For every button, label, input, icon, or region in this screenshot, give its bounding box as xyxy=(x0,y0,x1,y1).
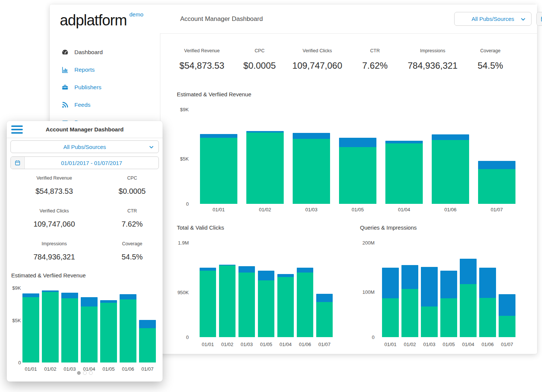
sidebar-item-reports[interactable]: Reports xyxy=(50,61,160,78)
x-tick-label: 01/06 xyxy=(297,342,313,347)
bar-segment xyxy=(22,297,39,363)
bar-segment xyxy=(499,294,515,316)
stacked-bar-01/07 xyxy=(478,161,515,204)
bar-segment xyxy=(382,298,399,337)
kpi-label: Verified Revenue xyxy=(7,175,102,181)
bar-segment xyxy=(440,298,457,337)
mobile-revenue-chart-body: $9K$5K0 01/0101/0201/0301/0401/0501/0601… xyxy=(11,288,159,363)
page: adplatform demo Dashboard Reports xyxy=(0,0,542,392)
pubs-sources-dropdown[interactable]: All Pubs/Sources xyxy=(454,12,532,26)
carousel-dot-3[interactable] xyxy=(89,371,93,375)
sidebar-item-label: Reports xyxy=(74,66,95,73)
date-range-picker[interactable]: 01/01/2017 - 01/07/2017 xyxy=(536,12,542,26)
stacked-bar-01/05 xyxy=(258,271,274,337)
stacked-bar-01/05 xyxy=(339,138,376,204)
mobile-revenue-chart: Estimated & Verfiied Revenue $9K$5K0 01/… xyxy=(11,272,159,363)
carousel-dot-1[interactable] xyxy=(77,371,81,375)
x-tick-label: 01/07 xyxy=(478,207,515,212)
kpi-label: Verified Clicks xyxy=(289,48,346,54)
carousel-dot-2[interactable] xyxy=(83,371,87,375)
bar-segment xyxy=(339,138,376,147)
x-tick-label: 01/01 xyxy=(200,207,237,212)
x-tick-label: 01/07 xyxy=(316,342,333,347)
impressions-chart-body: 200M100M0 01/0101/0201/0301/0501/0401/06… xyxy=(360,243,521,337)
bar-segment xyxy=(385,143,423,204)
stacked-bar-01/06 xyxy=(432,134,469,204)
mobile-pubs-sources-value: All Pubs/Sources xyxy=(63,144,106,150)
x-tick-label: 01/01 xyxy=(200,342,216,347)
mobile-page-title: Account Manager Dashboard xyxy=(7,121,163,138)
y-tick-label: $5K xyxy=(180,156,189,161)
kpi-value: $54,873.53 xyxy=(173,60,231,71)
kpi-value: 784,936,321 xyxy=(404,60,461,71)
clicks-chart-body: 1.9M950K0 01/0101/0201/0301/0501/0401/06… xyxy=(177,243,338,337)
kpi-label: Impressions xyxy=(7,241,102,247)
bar-segment xyxy=(219,265,235,337)
y-tick-label: 200M xyxy=(362,240,375,245)
x-tick-label: 01/03 xyxy=(238,342,255,347)
pubs-sources-value: All Pubs/Sources xyxy=(471,16,514,22)
bar-segment xyxy=(401,289,418,337)
kpi-cpc: CPC $0.0005 xyxy=(102,173,163,206)
plot-area xyxy=(200,265,333,337)
bar-segment xyxy=(277,274,294,277)
kpi-row: Verified Revenue $54,873.53 CPC $0.0005 … xyxy=(173,48,519,71)
kpi-verified-clicks: Verified Clicks 109,747,060 xyxy=(289,48,346,71)
stacked-bar-01/04 xyxy=(385,141,423,204)
y-axis: $9K$5K0 xyxy=(177,109,189,204)
kpi-label: CTR xyxy=(102,208,163,214)
calendar-icon xyxy=(11,157,25,169)
chart-title: Queries & Impressions xyxy=(360,224,521,231)
mobile-pubs-sources-dropdown[interactable]: All Pubs/Sources xyxy=(10,140,159,153)
kpi-cpc: CPC $0.0005 xyxy=(231,48,288,71)
y-tick-label: 0 xyxy=(18,360,21,365)
stacked-bar-01/03 xyxy=(238,266,255,337)
stacked-bar-01/07 xyxy=(499,294,515,337)
sidebar-item-dashboard[interactable]: Dashboard xyxy=(50,43,160,61)
x-tick-label: 01/02 xyxy=(401,342,418,347)
kpi-impressions: Impressions 784,936,321 xyxy=(404,48,461,71)
bar-segment xyxy=(258,271,274,281)
bar-segment xyxy=(200,271,216,337)
chevron-down-icon xyxy=(149,144,154,151)
plot-area xyxy=(382,259,515,337)
kpi-verified-clicks: Verified Clicks 109,747,060 xyxy=(7,206,102,239)
mobile-panel: Account Manager Dashboard All Pubs/Sourc… xyxy=(7,121,163,382)
impressions-chart: Queries & Impressions 200M100M0 01/0101/… xyxy=(360,224,521,337)
rss-icon xyxy=(61,101,69,109)
sidebar-item-label: Feeds xyxy=(74,102,90,108)
y-tick-label: 950K xyxy=(178,290,189,295)
bar-segment xyxy=(478,169,515,204)
hamburger-menu-icon[interactable] xyxy=(11,125,23,134)
x-tick-label: 01/03 xyxy=(421,342,438,347)
kpi-value: $54,873.53 xyxy=(7,187,102,196)
bar-segment xyxy=(421,307,438,337)
kpi-value: 54.5% xyxy=(462,60,519,71)
y-tick-label: $9K xyxy=(180,107,189,112)
bar-segment xyxy=(293,133,330,139)
stacked-bar-01/02 xyxy=(246,131,284,204)
stacked-bar-01/05 xyxy=(100,300,117,363)
revenue-chart: Estimated & Verfiied Revenue $9K$5K0 01/… xyxy=(177,91,518,204)
bar-chart-icon xyxy=(61,66,69,74)
chart-title: Estimated & Verfiied Revenue xyxy=(177,91,518,98)
x-axis: 01/0101/0201/0301/0501/0401/0601/07 xyxy=(382,342,515,347)
bar-segment xyxy=(460,259,477,284)
mobile-header: Account Manager Dashboard xyxy=(7,121,163,138)
briefcase-icon xyxy=(61,83,69,91)
y-axis: 1.9M950K0 xyxy=(177,243,189,337)
sidebar-nav: Dashboard Reports Publishers xyxy=(50,43,160,131)
bar-segment xyxy=(339,147,376,204)
stacked-bar-01/01 xyxy=(200,268,216,337)
sidebar-item-label: Dashboard xyxy=(74,49,103,56)
kpi-value: 7.62% xyxy=(346,60,404,71)
stacked-bar-01/04 xyxy=(277,274,294,337)
mobile-date-range-picker[interactable]: 01/01/2017 - 01/07/2017 xyxy=(10,156,159,169)
sidebar-item-publishers[interactable]: Publishers xyxy=(50,78,160,96)
bar-segment xyxy=(258,280,274,337)
sidebar-item-feeds[interactable]: Feeds xyxy=(50,96,160,113)
mobile-date-range-value: 01/01/2017 - 01/07/2017 xyxy=(25,157,158,169)
kpi-label: Coverage xyxy=(102,241,163,247)
demo-badge: demo xyxy=(129,11,144,18)
kpi-verified-revenue: Verified Revenue $54,873.53 xyxy=(173,48,231,71)
